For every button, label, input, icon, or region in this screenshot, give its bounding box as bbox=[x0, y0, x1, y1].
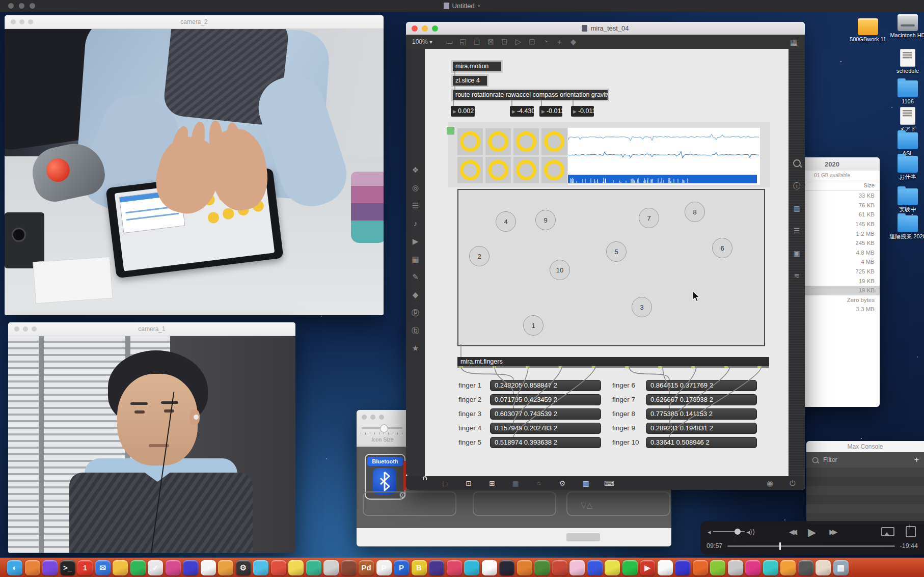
dock-icon[interactable]: ◐ bbox=[7, 560, 22, 575]
dock-icon[interactable]: 1 bbox=[77, 560, 93, 575]
piano-icon[interactable]: ▥ bbox=[574, 479, 597, 487]
desktop-icon[interactable]: Macintosh HD bbox=[889, 14, 924, 39]
dock-icon[interactable]: B bbox=[412, 560, 427, 575]
ring-button[interactable] bbox=[541, 128, 567, 155]
finger-value-box[interactable]: 0.157949 0.202783 2 bbox=[490, 423, 601, 434]
images-icon[interactable]: ▦ bbox=[412, 255, 419, 272]
timeline[interactable] bbox=[727, 545, 894, 547]
desktop-icon[interactable]: 遠隔授業 2020 bbox=[889, 215, 924, 240]
minimize-button[interactable] bbox=[422, 25, 428, 32]
select-icon[interactable]: ◻ bbox=[433, 479, 457, 487]
dock-icon[interactable] bbox=[798, 560, 813, 575]
outlet[interactable] bbox=[592, 366, 595, 368]
columns-icon[interactable]: ▥ bbox=[793, 204, 800, 227]
outlet[interactable] bbox=[493, 366, 496, 368]
packages-icon[interactable]: ❖ bbox=[412, 166, 419, 183]
dock-icon[interactable]: ▶ bbox=[640, 560, 655, 575]
close-button[interactable] bbox=[412, 25, 418, 32]
ring-button[interactable] bbox=[457, 157, 483, 183]
object-mira-mt-fingers[interactable]: mira.mt.fingers bbox=[457, 357, 769, 368]
touch-point[interactable]: 6 bbox=[712, 238, 732, 258]
dock-icon[interactable] bbox=[306, 560, 321, 575]
dock-icon[interactable] bbox=[816, 560, 831, 575]
icon-size-slider[interactable] bbox=[362, 427, 402, 429]
slider-icon[interactable]: ⊟ bbox=[525, 37, 539, 46]
patchcord-icon[interactable]: ≈ bbox=[527, 479, 551, 487]
dock-icon[interactable] bbox=[710, 560, 725, 575]
dock-icon[interactable]: >_ bbox=[60, 560, 75, 575]
window-dot[interactable] bbox=[379, 415, 384, 420]
small-button[interactable] bbox=[566, 533, 600, 541]
dock-icon[interactable] bbox=[658, 560, 673, 575]
playbar-icon[interactable]: ▷ bbox=[511, 37, 525, 46]
number-box[interactable]: ▶-0.011 bbox=[539, 106, 562, 117]
number-box[interactable]: ▶-4.430 bbox=[510, 106, 534, 117]
ring-button[interactable] bbox=[513, 128, 539, 155]
window-dot[interactable] bbox=[30, 3, 35, 9]
size-column-header[interactable]: Size bbox=[864, 182, 875, 188]
object-zl-slice[interactable]: zl.slice 4 bbox=[453, 76, 487, 86]
max-titlebar[interactable]: mira_test_04 bbox=[406, 22, 805, 35]
window-dot[interactable] bbox=[19, 3, 24, 9]
circle-icon[interactable]: ◎ bbox=[412, 183, 419, 201]
dock-icon[interactable] bbox=[464, 560, 479, 575]
dock-icon[interactable] bbox=[780, 560, 796, 575]
touch-point[interactable]: 4 bbox=[496, 211, 516, 232]
window-dot[interactable] bbox=[370, 415, 375, 420]
dock-icon[interactable] bbox=[622, 560, 638, 575]
toggle-box[interactable] bbox=[447, 127, 454, 134]
playlist-icon[interactable]: ▶ bbox=[413, 237, 419, 255]
dock-icon[interactable] bbox=[569, 560, 585, 575]
desktop-icon[interactable]: お仕事 bbox=[889, 156, 924, 180]
finger-value-box[interactable]: 0.864615 0.371769 2 bbox=[646, 380, 757, 391]
dock-icon[interactable] bbox=[288, 560, 304, 575]
ring-button[interactable] bbox=[457, 128, 483, 155]
share-icon[interactable] bbox=[906, 526, 916, 537]
object-box-icon[interactable]: ▭ bbox=[443, 37, 456, 46]
object-mira-motion[interactable]: mira.motion bbox=[453, 62, 501, 71]
touch-point[interactable]: 7 bbox=[639, 208, 659, 228]
scrubber[interactable] bbox=[779, 542, 781, 550]
object-route[interactable]: route rotationrate rawaccel compass orie… bbox=[453, 90, 608, 100]
dock-icon[interactable]: ▦ bbox=[833, 560, 849, 575]
dock-icon[interactable]: ✓ bbox=[148, 560, 163, 575]
dial-icon[interactable]: ◔ bbox=[539, 37, 553, 46]
volume-knob[interactable] bbox=[735, 529, 741, 535]
dock-icon[interactable] bbox=[323, 560, 339, 575]
star-icon[interactable]: ★ bbox=[412, 344, 419, 362]
slider-handle[interactable] bbox=[380, 424, 388, 432]
camera1-titlebar[interactable]: camera_1 bbox=[8, 322, 295, 336]
window-dot[interactable] bbox=[28, 19, 33, 24]
b-icon[interactable]: ⓑ bbox=[412, 326, 419, 344]
dock-icon[interactable] bbox=[253, 560, 268, 575]
drawer-icon[interactable]: ☰ bbox=[412, 201, 419, 219]
finger-value-box[interactable]: 0.289231 0.194831 2 bbox=[646, 423, 757, 434]
dock-icon[interactable] bbox=[552, 560, 567, 575]
dock-icon[interactable]: ★ bbox=[482, 560, 497, 575]
window-dot[interactable] bbox=[8, 3, 14, 9]
play-button[interactable]: ▸ bbox=[808, 522, 816, 541]
touch-point[interactable]: 3 bbox=[632, 297, 652, 317]
list-icon[interactable]: ☰ bbox=[794, 227, 800, 249]
attach-icon[interactable]: ✎ bbox=[412, 272, 419, 290]
window-dot[interactable] bbox=[362, 415, 367, 420]
dock-icon[interactable] bbox=[745, 560, 760, 575]
number-box[interactable]: ▶-0.011 bbox=[571, 106, 594, 117]
dock-icon[interactable]: ✉ bbox=[95, 560, 111, 575]
touch-point[interactable]: 8 bbox=[685, 202, 705, 222]
dock-icon[interactable] bbox=[499, 560, 514, 575]
add-icon[interactable]: + bbox=[914, 455, 919, 464]
outlet[interactable] bbox=[459, 366, 463, 368]
desktop-icon[interactable]: 実験中 bbox=[889, 188, 924, 213]
dock-icon[interactable] bbox=[113, 560, 128, 575]
outlet[interactable] bbox=[559, 366, 562, 368]
ring-button[interactable] bbox=[513, 157, 539, 183]
camera1-window[interactable]: camera_1 bbox=[8, 322, 295, 553]
max-console-window[interactable]: Max Console Filter + bbox=[806, 441, 924, 524]
touch-point[interactable]: 5 bbox=[606, 241, 627, 262]
ring-button[interactable] bbox=[485, 128, 511, 155]
desktop-icon[interactable]: schedule bbox=[889, 49, 924, 74]
dock-icon[interactable] bbox=[517, 560, 532, 575]
multitouch-area[interactable]: 49782561031 bbox=[457, 189, 765, 346]
button-icon[interactable]: ⊡ bbox=[498, 37, 511, 46]
